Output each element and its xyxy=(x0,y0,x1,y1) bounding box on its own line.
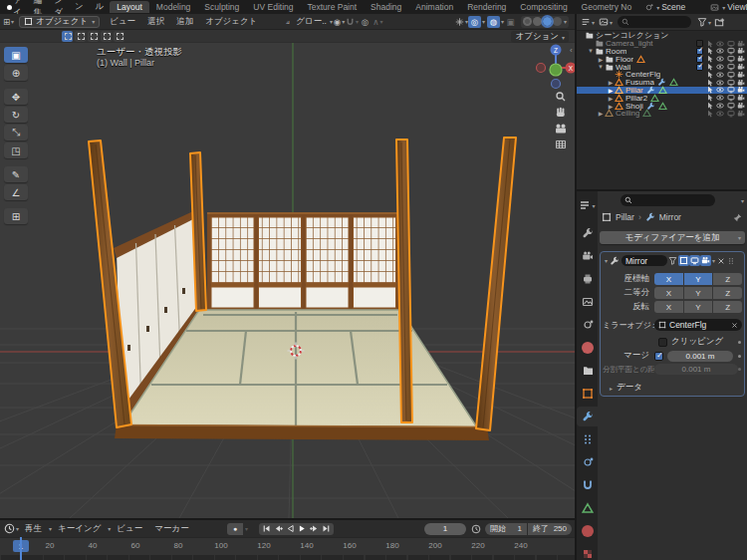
tab-constraints[interactable] xyxy=(577,475,598,495)
filter-funnel-icon[interactable] xyxy=(697,17,707,27)
viewport-disable-icon[interactable] xyxy=(727,71,735,79)
tool-select-box[interactable]: ▣ xyxy=(4,47,28,63)
panel-expand-arrow[interactable]: ▾ xyxy=(605,257,608,264)
tool-rotate[interactable]: ↻ xyxy=(4,107,28,123)
viewport-disable-icon[interactable] xyxy=(727,55,735,63)
new-collection-icon[interactable] xyxy=(714,17,725,28)
frame-end-field[interactable]: 終了 250 xyxy=(528,523,572,535)
shoji-wall[interactable] xyxy=(207,212,400,312)
show-in-viewport-toggle[interactable] xyxy=(689,255,700,266)
drag-handle-icon[interactable] xyxy=(727,257,735,265)
workspace-tab-uvediting[interactable]: UV Editing xyxy=(246,1,300,13)
animate-dot[interactable] xyxy=(738,355,741,358)
outliner-filter-icon[interactable] xyxy=(581,17,591,27)
tool-measure[interactable]: ∠ xyxy=(4,184,28,200)
tab-world[interactable] xyxy=(577,338,598,358)
shading-material-button[interactable] xyxy=(543,17,552,26)
render-disable-icon[interactable] xyxy=(737,86,745,94)
prev-keyframe-button[interactable] xyxy=(274,524,283,533)
menu-view[interactable]: ビュー xyxy=(111,523,148,535)
workspace-tab-texturepaint[interactable]: Texture Paint xyxy=(300,1,364,13)
tab-modifiers[interactable] xyxy=(577,407,598,426)
merge-checkbox[interactable] xyxy=(654,352,663,361)
tab-object[interactable] xyxy=(577,384,598,404)
bisect-x-button[interactable]: X xyxy=(654,287,683,299)
show-in-render-toggle[interactable] xyxy=(700,255,711,266)
data-section-header[interactable]: ▸ データ xyxy=(609,382,642,394)
editor-type-clock-icon[interactable] xyxy=(4,523,15,534)
render-disable-icon[interactable] xyxy=(737,110,745,118)
timeline-channel-area[interactable] xyxy=(0,555,575,560)
shading-rendered-button[interactable] xyxy=(553,17,562,26)
tab-object-data[interactable] xyxy=(577,498,598,518)
axis-x-button[interactable]: X xyxy=(654,273,683,285)
clipping-checkbox[interactable] xyxy=(658,338,667,347)
playhead[interactable] xyxy=(20,537,22,560)
hide-eye-icon[interactable] xyxy=(716,55,724,63)
hide-eye-icon[interactable] xyxy=(716,110,724,118)
viewport-disable-icon[interactable] xyxy=(727,94,735,102)
render-disable-icon[interactable] xyxy=(737,102,745,110)
pin-icon[interactable] xyxy=(733,213,742,222)
expand-arrow-icon[interactable]: ▼ xyxy=(587,48,595,54)
render-disable-icon[interactable] xyxy=(737,40,745,48)
outliner-row-ceiling[interactable]: ▶ Ceiling xyxy=(577,110,747,118)
hide-eye-icon[interactable] xyxy=(716,94,724,102)
camera-view-button[interactable] xyxy=(554,122,569,137)
chevron-down-icon[interactable]: ▾ xyxy=(741,197,744,204)
breadcrumb-object[interactable]: Pillar xyxy=(616,212,634,222)
show-in-editmode-toggle[interactable] xyxy=(678,255,689,266)
play-button[interactable] xyxy=(298,524,307,533)
selectable-pointer-icon[interactable] xyxy=(706,79,714,87)
viewport-disable-icon[interactable] xyxy=(727,86,735,94)
workspace-tab-modeling[interactable]: Modeling xyxy=(149,1,198,13)
auto-keying-record-button[interactable]: ● xyxy=(227,523,243,535)
display-mode-icon[interactable] xyxy=(599,17,609,27)
render-disable-icon[interactable] xyxy=(737,71,745,79)
select-mode-new-button[interactable] xyxy=(62,31,73,42)
workspace-tab-layout[interactable]: Layout xyxy=(110,1,149,13)
workspace-tab-shading[interactable]: Shading xyxy=(364,1,408,13)
render-disable-icon[interactable] xyxy=(737,79,745,87)
outliner-row-shoji[interactable]: ▶ Shoji xyxy=(577,102,747,110)
selectable-pointer-icon[interactable] xyxy=(706,71,714,79)
outliner-row-wall[interactable]: ▼ Wall xyxy=(577,63,747,71)
editor-type-icon[interactable]: ⊞▾ xyxy=(2,16,15,28)
axis-z-button[interactable]: Z xyxy=(713,273,742,285)
viewport-disable-icon[interactable] xyxy=(727,79,735,87)
pan-hand-button[interactable] xyxy=(554,106,569,121)
hide-eye-icon[interactable] xyxy=(716,47,724,55)
modifier-name-input[interactable]: Mirror xyxy=(622,255,667,266)
expand-arrow-icon[interactable]: ▶ xyxy=(597,56,605,63)
menu-playback[interactable]: 再生 xyxy=(19,523,48,535)
viewport-disable-icon[interactable] xyxy=(727,40,735,48)
tool-move[interactable]: ✥ xyxy=(4,89,28,105)
workspace-tab-rendering[interactable]: Rendering xyxy=(460,1,513,13)
transform-orientation[interactable]: ⟓ グロー.. ▾ xyxy=(281,16,333,28)
workspace-tab-sculpting[interactable]: Sculpting xyxy=(197,1,246,13)
expand-arrow-icon[interactable]: ▶ xyxy=(607,79,615,86)
hide-eye-icon[interactable] xyxy=(716,102,724,110)
add-modifier-button[interactable]: モディファイアーを追加 ▾ xyxy=(600,231,745,244)
breadcrumb-modifier[interactable]: Mirror xyxy=(659,212,681,222)
viewport-disable-icon[interactable] xyxy=(727,110,735,118)
tab-physics[interactable] xyxy=(577,452,598,472)
hide-eye-icon[interactable] xyxy=(716,63,724,71)
show-gizmos-toggle[interactable]: ▾ xyxy=(455,16,468,28)
menu-object[interactable]: オブジェクト xyxy=(199,16,263,28)
tab-view-layer[interactable] xyxy=(577,292,598,312)
tab-material[interactable] xyxy=(577,521,598,541)
timeline-ruler[interactable]: 20 40 60 80 100 120 140 160 180 200 220 … xyxy=(0,537,575,555)
tool-scale[interactable]: ⤡ xyxy=(4,125,28,140)
selectable-pointer-icon[interactable] xyxy=(706,63,714,71)
hide-eye-icon[interactable] xyxy=(716,86,724,94)
jump-to-start-button[interactable] xyxy=(262,524,271,533)
proportional-falloff-icon[interactable]: ∧▾ xyxy=(372,16,384,28)
expand-arrow-icon[interactable]: ▶ xyxy=(597,110,605,117)
jump-to-end-button[interactable] xyxy=(322,524,331,533)
keying-set-dropdown[interactable]: ▾ xyxy=(245,525,248,532)
selectable-pointer-icon[interactable] xyxy=(706,55,714,63)
outliner-row-room[interactable]: ▼ Room xyxy=(577,48,747,56)
selectable-pointer-icon[interactable] xyxy=(706,110,714,118)
render-disable-icon[interactable] xyxy=(737,94,745,102)
